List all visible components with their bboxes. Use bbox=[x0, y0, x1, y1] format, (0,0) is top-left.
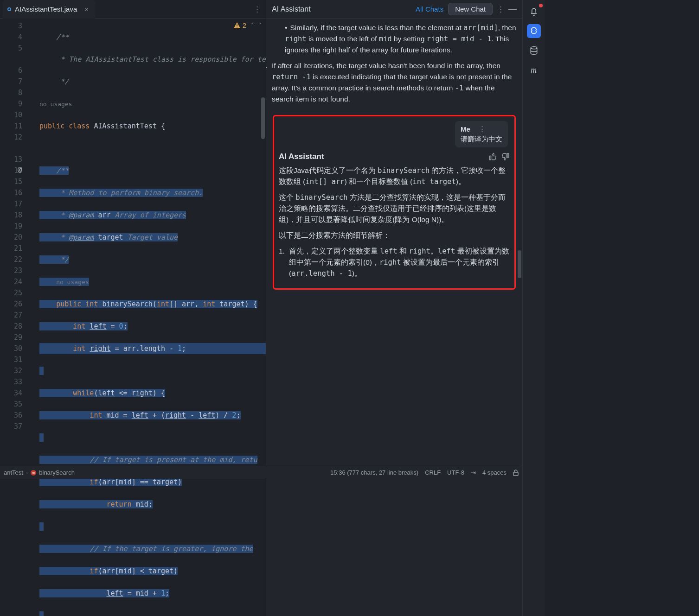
user-message: Me ⋮ 请翻译为中文 bbox=[455, 121, 508, 147]
all-chats-link[interactable]: All Chats bbox=[416, 5, 443, 13]
thumbs-up-icon[interactable] bbox=[488, 152, 497, 161]
editor-scrollbar-thumb[interactable] bbox=[261, 97, 265, 139]
indent-icon: ⇥ bbox=[471, 469, 476, 476]
user-label: Me bbox=[461, 125, 470, 133]
breadcrumb-class[interactable]: antTest bbox=[4, 469, 23, 476]
thumbs-down-icon[interactable] bbox=[501, 152, 510, 161]
user-msg-more-icon[interactable]: ⋮ bbox=[479, 125, 486, 133]
java-icon bbox=[7, 7, 11, 11]
maven-tool-icon[interactable]: m bbox=[527, 63, 541, 77]
line-separator[interactable]: CRLF bbox=[425, 469, 441, 476]
method-icon: m bbox=[31, 470, 36, 476]
database-tool-icon[interactable] bbox=[527, 44, 541, 57]
close-tab-icon[interactable]: × bbox=[84, 5, 89, 13]
indent-setting[interactable]: 4 spaces bbox=[482, 469, 507, 476]
caret-position[interactable]: 15:36 (777 chars, 27 line breaks) bbox=[330, 469, 418, 476]
assistant-label: AI Assistant bbox=[279, 152, 324, 161]
tab-more-icon[interactable]: ⋮ bbox=[253, 5, 261, 13]
chat-body: •Similarly, if the target value is less … bbox=[266, 19, 522, 616]
readonly-lock-icon[interactable] bbox=[513, 470, 519, 476]
svg-point-7 bbox=[531, 47, 537, 49]
chat-minimize-icon[interactable]: — bbox=[508, 4, 517, 14]
right-rail: m bbox=[522, 0, 545, 616]
gutter: 345 6789101112 1314151617181920212223242… bbox=[0, 19, 26, 616]
notifications-icon[interactable] bbox=[527, 5, 541, 19]
status-bar: antTest › m binarySearch 15:36 (777 char… bbox=[0, 466, 522, 479]
chat-message: •Similarly, if the target value is less … bbox=[272, 22, 517, 109]
new-chat-button[interactable]: New Chat bbox=[448, 3, 493, 15]
breadcrumb-method[interactable]: binarySearch bbox=[39, 469, 75, 476]
code-editor[interactable]: 345 6789101112 1314151617181920212223242… bbox=[0, 19, 266, 616]
editor-tabbar: AIAssistantTest.java × ⋮ bbox=[0, 0, 266, 19]
file-tab-label: AIAssistantTest.java bbox=[15, 5, 77, 13]
chat-header: AI Assistant All Chats New Chat ⋮ — bbox=[266, 0, 522, 19]
at-gutter-icon[interactable]: @ bbox=[18, 164, 22, 176]
assistant-message: 这段Java代码定义了一个名为 binarySearch 的方法，它接收一个整数… bbox=[279, 165, 510, 284]
code-area[interactable]: /** * The AIAssistantTest class is respo… bbox=[38, 19, 266, 616]
highlighted-region: Me ⋮ 请翻译为中文 AI Assistant bbox=[273, 115, 516, 290]
user-text: 请翻译为中文 bbox=[461, 135, 502, 144]
breadcrumb[interactable]: antTest › m binarySearch bbox=[4, 469, 75, 476]
chat-scrollbar-thumb[interactable] bbox=[518, 250, 521, 278]
svg-rect-8 bbox=[513, 472, 518, 476]
notification-badge bbox=[539, 4, 543, 7]
no-usages-hint[interactable]: no usages bbox=[56, 279, 89, 286]
encoding[interactable]: UTF-8 bbox=[447, 469, 464, 476]
ai-tool-icon[interactable] bbox=[527, 24, 541, 38]
chat-title: AI Assistant bbox=[272, 5, 311, 13]
no-usages-hint[interactable]: no usages bbox=[39, 101, 72, 108]
file-tab[interactable]: AIAssistantTest.java × bbox=[3, 0, 95, 19]
chat-more-icon[interactable]: ⋮ bbox=[497, 5, 504, 13]
